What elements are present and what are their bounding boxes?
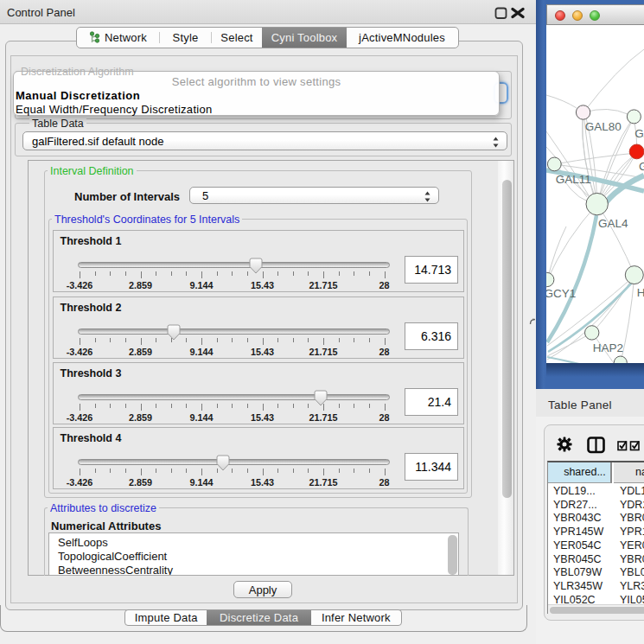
svg-text:GAL80: GAL80 (585, 120, 622, 133)
svg-text:GAL11: GAL11 (556, 173, 591, 186)
svg-text:GCY1: GCY1 (546, 287, 576, 300)
svg-text:HAP2: HAP2 (593, 341, 623, 354)
svg-text:GA: GA (634, 127, 644, 140)
svg-text:HA: HA (637, 286, 644, 299)
svg-text:GA: GA (639, 160, 644, 173)
svg-text:GAL4: GAL4 (598, 217, 628, 230)
